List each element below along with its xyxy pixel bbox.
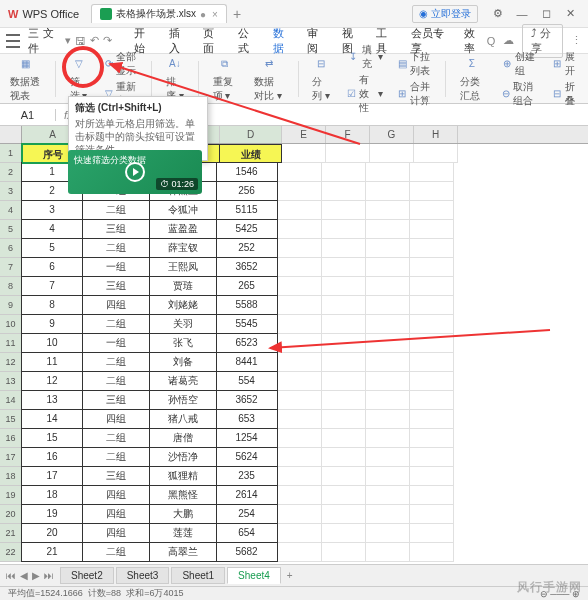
select-all-corner[interactable] — [0, 126, 22, 143]
cell[interactable]: 张飞 — [149, 333, 217, 353]
cell[interactable]: 王熙凤 — [149, 257, 217, 277]
cell[interactable] — [322, 467, 366, 486]
cell[interactable] — [278, 334, 322, 353]
cell[interactable] — [410, 543, 454, 562]
cell[interactable]: 一组 — [82, 257, 150, 277]
cell[interactable]: 刘姥姥 — [149, 295, 217, 315]
cell[interactable] — [278, 505, 322, 524]
save-icon[interactable]: 🖫 — [75, 35, 86, 47]
cell[interactable]: 二组 — [82, 542, 150, 562]
row-header[interactable]: 16 — [0, 429, 22, 448]
cell[interactable]: 14 — [21, 409, 83, 429]
sheet-tab-Sheet1[interactable]: Sheet1 — [171, 567, 225, 584]
cell[interactable] — [410, 239, 454, 258]
cell[interactable]: 诸葛亮 — [149, 371, 217, 391]
row-header[interactable]: 21 — [0, 524, 22, 543]
cell[interactable] — [410, 524, 454, 543]
subtotal-button[interactable]: Σ分类汇总 — [456, 55, 489, 103]
cell[interactable]: 薛宝钗 — [149, 238, 217, 258]
promo-card[interactable]: 快速筛选分类数据 ⏱ 01:26 — [68, 150, 202, 194]
cell[interactable] — [322, 277, 366, 296]
cell[interactable]: 256 — [216, 181, 278, 201]
cell[interactable]: 关羽 — [149, 314, 217, 334]
cell[interactable]: 二组 — [82, 238, 150, 258]
cell[interactable] — [410, 201, 454, 220]
cell[interactable]: 1546 — [216, 162, 278, 182]
row-header[interactable]: 7 — [0, 258, 22, 277]
ungroup-button[interactable]: ⊖取消组合 — [498, 80, 538, 108]
cell[interactable]: 三组 — [82, 219, 150, 239]
row-header[interactable]: 12 — [0, 353, 22, 372]
cell[interactable]: 9 — [21, 314, 83, 334]
cell[interactable] — [278, 372, 322, 391]
cloud-icon[interactable]: ☁ — [503, 34, 514, 47]
cell[interactable]: 19 — [21, 504, 83, 524]
menu-审阅[interactable]: 审阅 — [303, 24, 330, 58]
minimize-icon[interactable]: — — [512, 4, 532, 24]
cell[interactable]: 二组 — [82, 352, 150, 372]
cell[interactable]: 5588 — [216, 295, 278, 315]
cell[interactable]: 7 — [21, 276, 83, 296]
sheet-nav-last[interactable]: ⏭ — [44, 570, 54, 581]
cell[interactable]: 20 — [21, 523, 83, 543]
cell[interactable] — [366, 239, 410, 258]
cell[interactable] — [322, 258, 366, 277]
cell[interactable] — [278, 220, 322, 239]
row-header[interactable]: 5 — [0, 220, 22, 239]
grid-body[interactable]: 1序号组别姓名业绩21一组贾宝玉154632二组林黛玉25643二组令狐冲511… — [0, 144, 588, 574]
file-menu[interactable]: 三 文件 — [28, 26, 61, 56]
cell[interactable] — [322, 353, 366, 372]
cell[interactable] — [278, 391, 322, 410]
cell[interactable] — [278, 543, 322, 562]
cell[interactable] — [366, 467, 410, 486]
cell[interactable] — [278, 201, 322, 220]
cell[interactable] — [366, 334, 410, 353]
cell[interactable]: 235 — [216, 466, 278, 486]
cell[interactable] — [410, 315, 454, 334]
cell[interactable]: 654 — [216, 523, 278, 543]
cell[interactable] — [278, 296, 322, 315]
row-header[interactable]: 3 — [0, 182, 22, 201]
cell[interactable] — [366, 505, 410, 524]
cell[interactable]: 二组 — [82, 371, 150, 391]
sheet-tab-Sheet2[interactable]: Sheet2 — [60, 567, 114, 584]
redo-icon[interactable]: ↷ — [103, 34, 112, 47]
cell-reference[interactable]: A1 — [0, 109, 56, 121]
cell[interactable]: 三组 — [82, 276, 150, 296]
cell[interactable]: 沙悟净 — [149, 447, 217, 467]
col-header-D[interactable]: D — [220, 126, 282, 143]
maximize-icon[interactable]: ◻ — [536, 4, 556, 24]
row-header[interactable]: 14 — [0, 391, 22, 410]
cell[interactable]: 16 — [21, 447, 83, 467]
cell[interactable] — [366, 258, 410, 277]
cell[interactable] — [366, 372, 410, 391]
row-header[interactable]: 6 — [0, 239, 22, 258]
cell[interactable]: 5545 — [216, 314, 278, 334]
cell[interactable] — [322, 182, 366, 201]
cell[interactable] — [366, 277, 410, 296]
cell[interactable] — [322, 220, 366, 239]
cell[interactable] — [366, 486, 410, 505]
cell[interactable] — [410, 277, 454, 296]
cell[interactable]: 大鹏 — [149, 504, 217, 524]
row-header[interactable]: 11 — [0, 334, 22, 353]
cell[interactable] — [278, 486, 322, 505]
cell[interactable]: 8 — [21, 295, 83, 315]
cell[interactable]: 黑熊怪 — [149, 485, 217, 505]
cell[interactable]: 12 — [21, 371, 83, 391]
cell[interactable]: 5 — [21, 238, 83, 258]
cell[interactable]: 四组 — [82, 409, 150, 429]
sheet-nav-prev[interactable]: ◀ — [20, 570, 28, 581]
toolbar-dropdown-icon[interactable]: ▾ — [65, 34, 71, 47]
col-header-E[interactable]: E — [282, 126, 326, 143]
cell[interactable] — [322, 524, 366, 543]
cell[interactable]: 令狐冲 — [149, 200, 217, 220]
group-button[interactable]: ⊕创建组 — [498, 50, 538, 78]
row-header[interactable]: 1 — [0, 144, 22, 163]
row-header[interactable]: 17 — [0, 448, 22, 467]
cell[interactable]: 莲莲 — [149, 523, 217, 543]
row-header[interactable]: 19 — [0, 486, 22, 505]
cell[interactable]: 孙悟空 — [149, 390, 217, 410]
file-tab[interactable]: 表格操作场景.xlsx ● × — [91, 4, 227, 23]
cell[interactable] — [366, 543, 410, 562]
